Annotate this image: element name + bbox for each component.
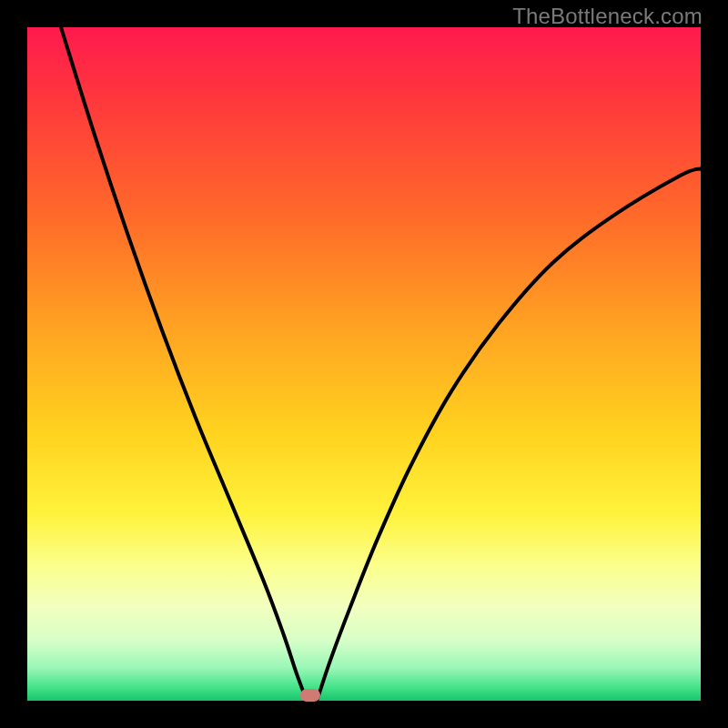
chart-frame: TheBottleneck.com: [0, 0, 728, 728]
curve-right: [317, 168, 701, 701]
watermark-text: TheBottleneck.com: [512, 4, 703, 29]
curve-left: [61, 27, 307, 701]
plot-area: [27, 27, 701, 701]
minimum-marker: [300, 689, 320, 702]
curve-layer: [27, 27, 701, 701]
